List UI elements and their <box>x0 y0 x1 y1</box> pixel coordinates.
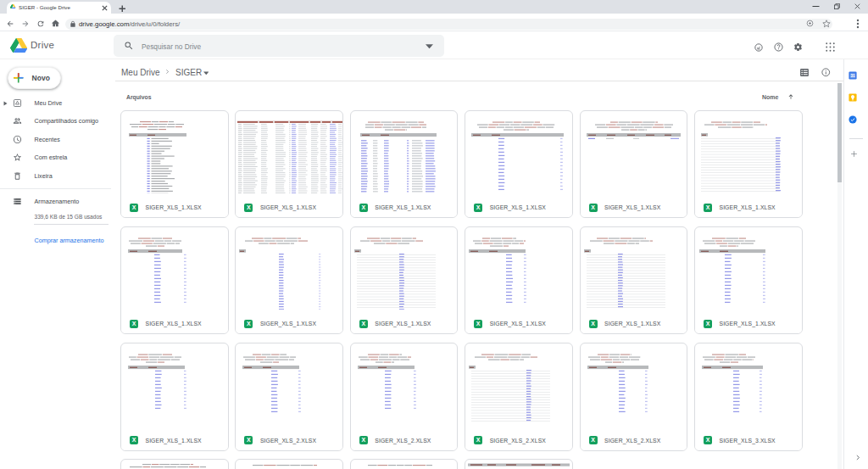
svg-text:31: 31 <box>850 74 855 78</box>
